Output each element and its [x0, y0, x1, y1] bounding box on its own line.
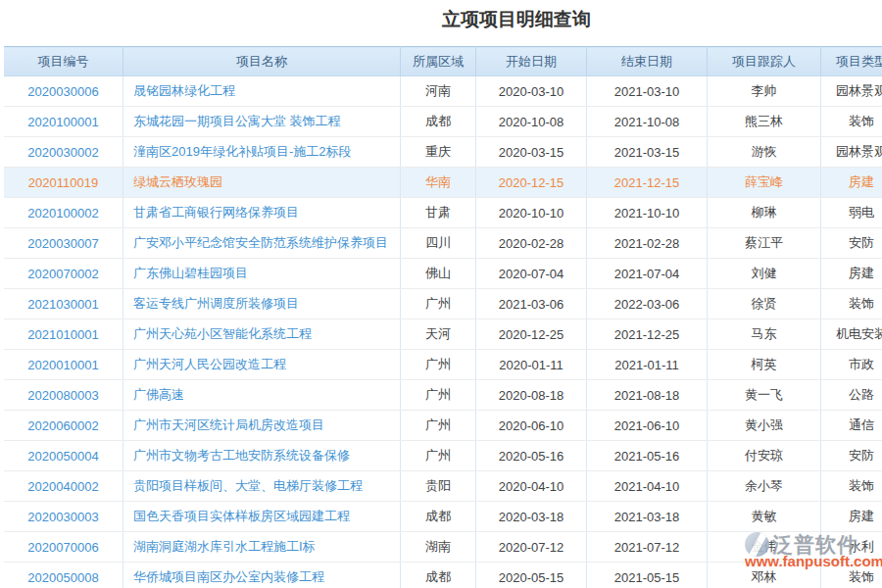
cell-tracker: 黄敏 — [708, 502, 821, 532]
project-code-link[interactable]: 2020050004 — [27, 449, 98, 464]
project-name-link[interactable]: 东城花园一期项目公寓大堂 装饰工程 — [133, 114, 341, 128]
project-name-link[interactable]: 广佛高速 — [133, 387, 184, 402]
table-row[interactable]: 2020050008华侨城项目南区办公室内装修工程成都2020-05-15202… — [4, 563, 882, 588]
project-code-link[interactable]: 2020030002 — [27, 145, 98, 160]
project-code-link[interactable]: 2020110019 — [28, 175, 98, 190]
table-row[interactable]: 2020050004广州市文物考古工地安防系统设备保修广州2020-05-162… — [4, 441, 882, 471]
project-name-link[interactable]: 甘肃省工商银行网络保养项目 — [133, 205, 299, 220]
cell-code: 2020080003 — [4, 380, 123, 411]
cell-end: 2021-01-11 — [587, 350, 708, 380]
project-code-link[interactable]: 2021010001 — [27, 327, 98, 342]
project-code-link[interactable]: 2020050008 — [27, 570, 98, 585]
cell-tracker: 薛宝峰 — [708, 168, 821, 198]
table-row[interactable]: 2020070006湖南洞庭湖水库引水工程施工I标湖南2020-07-12202… — [4, 532, 882, 563]
cell-end: 2021-05-16 — [587, 441, 708, 471]
table-body: 2020030006晟铭园林绿化工程河南2020-03-102021-03-10… — [4, 76, 882, 588]
cell-region: 甘肃 — [401, 198, 476, 228]
cell-start: 2020-07-12 — [476, 532, 587, 563]
cell-start: 2020-07-04 — [476, 259, 587, 289]
cell-type: 装饰 — [821, 289, 882, 319]
cell-type: 园林景观 — [821, 137, 882, 168]
cell-code: 2020030003 — [4, 502, 123, 532]
cell-region: 广州 — [401, 441, 476, 471]
cell-name: 贵阳项目样板间、大堂、电梯厅装修工程 — [123, 471, 401, 502]
project-code-link[interactable]: 2020070002 — [27, 267, 98, 281]
cell-name: 甘肃省工商银行网络保养项目 — [123, 198, 401, 228]
cell-start: 2020-02-28 — [476, 228, 587, 259]
project-code-link[interactable]: 2020010001 — [27, 358, 98, 372]
project-name-link[interactable]: 潼南区2019年绿化补贴项目-施工2标段 — [133, 144, 351, 159]
table-row[interactable]: 2020030002潼南区2019年绿化补贴项目-施工2标段重庆2020-03-… — [4, 137, 882, 168]
cell-end: 2022-03-06 — [587, 289, 708, 319]
table-row[interactable]: 2020110019绿城云栖玫瑰园华南2020-12-152021-12-15薛… — [4, 168, 882, 198]
project-name-link[interactable]: 绿城云栖玫瑰园 — [133, 174, 222, 189]
project-name-link[interactable]: 客运专线广州调度所装修项目 — [133, 296, 299, 311]
project-code-link[interactable]: 2020030007 — [27, 236, 98, 251]
cell-start: 2020-04-10 — [476, 471, 587, 502]
table-row[interactable]: 2021010001广州天心苑小区智能化系统工程天河2020-12-252021… — [4, 319, 882, 350]
cell-name: 广安邓小平纪念馆安全防范系统维护保养项目 — [123, 228, 401, 259]
table-row[interactable]: 2021030001客运专线广州调度所装修项目广州2021-03-062022-… — [4, 289, 882, 319]
table-row[interactable]: 2020030007广安邓小平纪念馆安全防范系统维护保养项目四川2020-02-… — [4, 228, 882, 259]
cell-tracker: 余小琴 — [708, 471, 821, 502]
cell-code: 2020060002 — [4, 411, 123, 441]
project-name-link[interactable]: 广安邓小平纪念馆安全防范系统维护保养项目 — [133, 235, 388, 250]
cell-tracker: 马东 — [708, 319, 821, 350]
table-row[interactable]: 2020100002甘肃省工商银行网络保养项目甘肃2020-10-102021-… — [4, 198, 882, 228]
cell-type: 装饰 — [821, 107, 882, 137]
cell-tracker: 柯英 — [708, 350, 821, 380]
table-row[interactable]: 2020040002贵阳项目样板间、大堂、电梯厅装修工程贵阳2020-04-10… — [4, 471, 882, 502]
cell-end: 2021-03-18 — [587, 502, 708, 532]
project-code-link[interactable]: 2021030001 — [27, 297, 98, 312]
cell-end: 2021-06-10 — [587, 411, 708, 441]
cell-code: 2020050004 — [4, 441, 123, 471]
table-header: 项目编号项目名称所属区域开始日期结束日期项目跟踪人项目类型 — [4, 47, 882, 76]
project-code-link[interactable]: 2020100001 — [27, 115, 98, 129]
cell-region: 成都 — [401, 563, 476, 588]
project-code-link[interactable]: 2020070006 — [27, 540, 98, 555]
project-name-link[interactable]: 广东佛山碧桂园项目 — [133, 266, 248, 280]
cell-name: 东城花园一期项目公寓大堂 装饰工程 — [123, 107, 401, 137]
cell-type: 房建 — [821, 168, 882, 198]
cell-name: 晟铭园林绿化工程 — [123, 76, 401, 107]
table-row[interactable]: 2020070002广东佛山碧桂园项目佛山2020-07-042021-07-0… — [4, 259, 882, 289]
project-name-link[interactable]: 广州市文物考古工地安防系统设备保修 — [133, 448, 350, 463]
cell-region: 广州 — [401, 380, 476, 411]
project-name-link[interactable]: 华侨城项目南区办公室内装修工程 — [133, 569, 324, 584]
cell-end: 2021-07-12 — [587, 532, 708, 563]
project-code-link[interactable]: 2020040002 — [27, 479, 98, 494]
cell-start: 2020-01-11 — [476, 350, 587, 380]
cell-name: 绿城云栖玫瑰园 — [123, 168, 401, 198]
cell-start: 2020-12-15 — [476, 168, 587, 198]
table-row[interactable]: 2020100001东城花园一期项目公寓大堂 装饰工程成都2020-10-082… — [4, 107, 882, 137]
table-row[interactable]: 2020030003国色天香项目实体样板房区域园建工程成都2020-03-182… — [4, 502, 882, 532]
cell-region: 成都 — [401, 107, 476, 137]
project-name-link[interactable]: 广州天河人民公园改造工程 — [133, 357, 286, 371]
cell-code: 2021010001 — [4, 319, 123, 350]
cell-type: 装饰 — [821, 563, 882, 588]
table-row[interactable]: 2020080003广佛高速广州2020-08-182021-08-18黄一飞公… — [4, 380, 882, 411]
cell-tracker: 熊三林 — [708, 107, 821, 137]
cell-tracker: 邓林 — [708, 563, 821, 588]
cell-tracker: 付安琼 — [708, 441, 821, 471]
project-code-link[interactable]: 2020030003 — [27, 510, 98, 524]
project-name-link[interactable]: 湖南洞庭湖水库引水工程施工I标 — [133, 539, 316, 554]
table-row[interactable]: 2020030006晟铭园林绿化工程河南2020-03-102021-03-10… — [4, 76, 882, 107]
cell-start: 2020-03-15 — [476, 137, 587, 168]
cell-end: 2021-12-15 — [587, 168, 708, 198]
project-name-link[interactable]: 晟铭园林绿化工程 — [133, 83, 235, 98]
project-name-link[interactable]: 广州天心苑小区智能化系统工程 — [133, 326, 312, 341]
cell-type: 安防 — [821, 228, 882, 259]
cell-region: 天河 — [401, 319, 476, 350]
project-name-link[interactable]: 国色天香项目实体样板房区域园建工程 — [133, 509, 350, 523]
column-header-name: 项目名称 — [123, 47, 401, 76]
project-code-link[interactable]: 2020030006 — [27, 84, 98, 99]
project-name-link[interactable]: 贵阳项目样板间、大堂、电梯厅装修工程 — [133, 478, 363, 493]
project-name-link[interactable]: 广州市天河区统计局机房改造项目 — [133, 417, 324, 432]
table-row[interactable]: 2020060002广州市天河区统计局机房改造项目广州2020-06-10202… — [4, 411, 882, 441]
project-code-link[interactable]: 2020100002 — [27, 206, 98, 220]
project-code-link[interactable]: 2020080003 — [27, 388, 98, 403]
project-code-link[interactable]: 2020060002 — [27, 418, 98, 433]
table-row[interactable]: 2020010001广州天河人民公园改造工程广州2020-01-112021-0… — [4, 350, 882, 380]
cell-start: 2020-10-08 — [476, 107, 587, 137]
